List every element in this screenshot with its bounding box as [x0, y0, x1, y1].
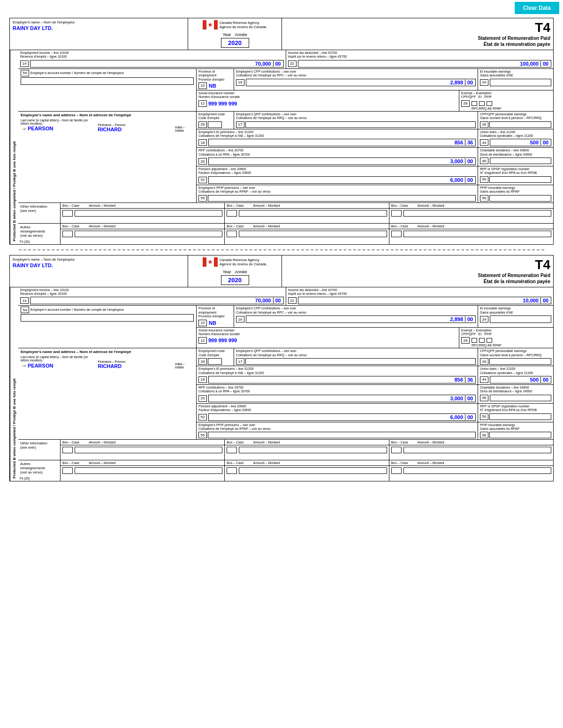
income-row-1: Employment income – line 10100Revenus d'… — [18, 50, 553, 69]
box22-num-2: 22 — [288, 297, 297, 304]
box22-cents: 00 — [540, 61, 551, 67]
other-info-cells-1: Box – CaseAmount – Montant Box – CaseAmo… — [61, 203, 553, 223]
other-info-label-2: Other information(see over) — [18, 440, 61, 460]
autres-box-1c — [391, 231, 402, 237]
other-amount-1a — [75, 210, 222, 217]
box29-num: 29 — [198, 121, 207, 128]
last-name-value-2: PEARSON — [28, 363, 53, 368]
autres-amount-2a — [75, 467, 222, 474]
autres-cells-2: Box – CaseAmount – Montant Box – CaseAmo… — [61, 460, 553, 481]
year-value-2: 2020 — [221, 275, 249, 285]
cra-logo-1: Canada Revenue Agency Agence du revenu d… — [203, 20, 267, 30]
clear-data-button[interactable]: Clear Data — [515, 2, 559, 14]
box17-field-2: Employee's QPP contributions – see overC… — [234, 348, 478, 366]
box20-value: 3,000 — [209, 158, 465, 164]
box55-num: 55 — [198, 195, 207, 202]
ei-union-row-2: Employee's EI premiums – line 31200Cotis… — [197, 366, 553, 385]
box14-cents-2: 00 — [273, 298, 283, 303]
sin-field: Social insurance numberNuméro d'assuranc… — [197, 90, 459, 111]
box20-value-2: 3,000 — [209, 396, 465, 401]
other-amount-1c — [403, 210, 551, 217]
autres-cell-1b: Box – CaseAmount – Montant — [225, 224, 389, 244]
check-ppip-2 — [487, 338, 492, 343]
right-mid-col-1: Province of employmentProvince d'emploi … — [197, 69, 553, 111]
svg-rect-2 — [214, 20, 218, 30]
box14-field-2: Employment income – line 10100Revenus d'… — [18, 287, 286, 306]
box20-num-2: 20 — [198, 395, 207, 402]
t4-form-1: Employer's name – Nom de l'employeur RAI… — [9, 18, 554, 245]
box56-num-2: 56 — [480, 432, 488, 438]
box24-num-2: 24 — [480, 316, 488, 323]
box20-num: 20 — [198, 158, 207, 165]
check-ei-2 — [479, 338, 485, 343]
other-box-1a — [62, 210, 73, 217]
last-name-col-2: Last name (in capital letters) – Nom de … — [21, 355, 96, 369]
emp-name-section-label-1: Employee's name and address – Nom et adr… — [21, 113, 194, 117]
first-name-col: Firstname – Prénom RICHARD — [98, 123, 174, 132]
box17-num: 17 — [236, 121, 244, 128]
autres-cells-1: Box – CaseAmount – Montant Box – CaseAmo… — [61, 224, 553, 244]
autres-row-2: Autresrenseignements(voir au verso) Box … — [18, 460, 553, 481]
box20-field: RPP contributions – line 20700Cotisation… — [197, 148, 478, 166]
ppip-row-2: Employee's PPIP premiums – see overCotis… — [197, 422, 553, 440]
box18-field-2: Employee's EI premiums – line 31200Cotis… — [197, 366, 478, 384]
autres-box-2b — [227, 467, 237, 474]
box16-field-2: Employee's CPP contributions – see overC… — [234, 306, 478, 327]
cra-center-1: Canada Revenue Agency Agence du revenu d… — [188, 18, 282, 50]
first-name-value-2: RICHARD — [98, 363, 122, 369]
autres-cell-2c: Box – CaseAmount – Montant — [389, 460, 553, 481]
box12-num: 12 — [198, 100, 207, 107]
box16-value-2: 2,898 — [246, 316, 465, 322]
svg-rect-6 — [214, 257, 218, 267]
svg-rect-0 — [203, 20, 206, 30]
year-box-1: Year Année 2020 — [221, 32, 249, 48]
employer-name-label-2: Employer's name – Nom de l'employeur — [13, 257, 185, 262]
box22-value-2: 10,000 — [298, 298, 541, 303]
initial-col: Initial – Initiale — [175, 126, 194, 132]
forms-container: Employer's name – Nom de l'employeur RAI… — [0, 16, 563, 488]
other-cell-1b: Box – CaseAmount – Montant — [225, 203, 389, 223]
box16-value: 2,898 — [246, 80, 465, 85]
other-amount-2c — [403, 447, 551, 453]
ei-union-row: Employee's EI premiums – line 31200Cotis… — [197, 129, 553, 148]
last-name-col: Last name (in capital letters) – Nom de … — [21, 119, 96, 132]
box46-num: 46 — [480, 158, 488, 164]
box16-cents-2: 00 — [465, 316, 475, 322]
employer-name-box-2: Employer's name – Nom de l'employeur RAI… — [10, 255, 188, 287]
autres-box-1a — [62, 231, 73, 237]
year-value-1: 2020 — [221, 38, 249, 48]
employer-acc-row-2: 54 Employer's account number / Numéro de… — [18, 306, 553, 348]
t4-subtitle-1: Statement of Remuneration Paid État de l… — [285, 35, 550, 47]
box56-field: PPIP insurable earningsGains assurables … — [478, 185, 553, 203]
dashed-separator — [19, 249, 544, 250]
t4-title-box-2: T4 Statement of Remuneration Paid État d… — [282, 255, 553, 287]
last-name-value-1: PEARSON — [28, 126, 53, 131]
form-header-2: Employer's name – Nom de l'employeur RAI… — [10, 255, 553, 287]
employer-acc-row-1: 54 Employer's account number / Numéro de… — [18, 69, 553, 112]
box52-value-2: 6,000 — [209, 414, 465, 420]
rpp-charitable-row: RPP contributions – line 20700Cotisation… — [197, 148, 553, 166]
box26-num: 26 — [480, 121, 488, 128]
other-info-cells-2: Box – CaseAmount – Montant Box – CaseAmo… — [61, 440, 553, 460]
emp-name-section-1: Employee's name and address – Nom et adr… — [18, 112, 197, 203]
check-ppip — [487, 101, 492, 106]
emp-code-qpp-row-2: Employment codeCode d'emploi 29 Employee… — [197, 348, 553, 366]
pension-rpp-reg-row: Pension adjustment – line 20600Facteur d… — [197, 166, 553, 185]
box44-cents-2: 00 — [540, 377, 551, 383]
box10-num: 10 — [198, 83, 207, 89]
t4-title-box-1: T4 Statement of Remuneration Paid État d… — [282, 18, 553, 50]
box54-num: 54 — [21, 70, 29, 76]
rpp-charitable-row-2: RPP contributions – line 20700Cotisation… — [197, 385, 553, 404]
box22-value: 100,000 — [298, 61, 541, 67]
other-cell-1a: Box – CaseAmount – Montant — [61, 203, 225, 223]
arrow-indicator-2: → — [21, 362, 27, 369]
income-row-2: Employment income – line 10100Revenus d'… — [18, 287, 553, 306]
other-info-row-2: Other information(see over) Box – CaseAm… — [18, 440, 553, 460]
box26-num-2: 26 — [480, 358, 488, 365]
sin-value-2: 999 999 999 — [208, 338, 237, 343]
box14-value-2: 70,000 — [30, 298, 273, 303]
box24-field: EI insurable earningsGains assurables d'… — [478, 69, 553, 90]
right-mid-col-2: Province of employmentProvince d'emploi … — [197, 306, 553, 348]
box44-field-2: Union dues – line 21200Cotisations syndi… — [478, 366, 553, 384]
box54-field-2: 54 Employer's account number / Numéro de… — [18, 306, 197, 348]
